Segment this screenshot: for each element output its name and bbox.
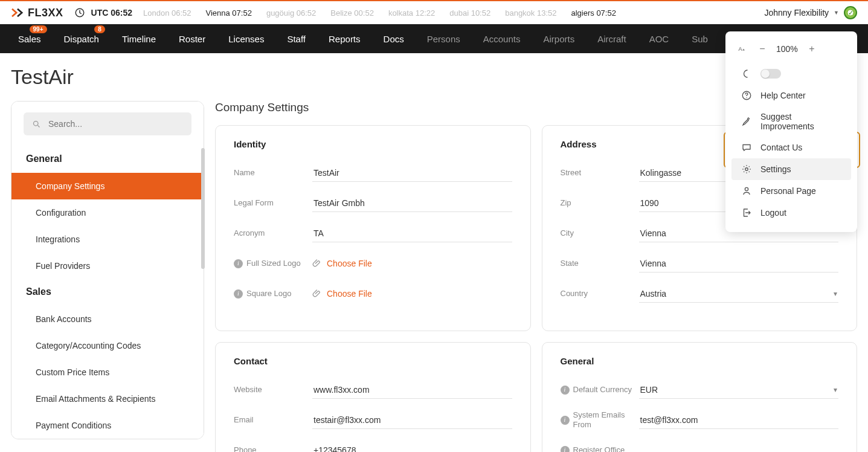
label-full-logo: i Full Sized Logo	[234, 259, 312, 268]
utc-label: UTC 06:52	[91, 8, 132, 18]
font-size-icon: Aa	[738, 44, 748, 54]
info-icon[interactable]: i	[234, 289, 243, 299]
timezone-item[interactable]: dubai 10:52	[449, 8, 490, 18]
user-menu-help-center[interactable]: Help Center	[731, 85, 851, 106]
help-icon	[741, 90, 752, 101]
dark-mode-toggle-row[interactable]	[731, 63, 851, 85]
input-state[interactable]: Vienna	[639, 255, 839, 273]
nav-item-persons[interactable]: Persons	[427, 34, 460, 44]
info-icon[interactable]: i	[561, 416, 570, 425]
card-general: General i Default Currency EUR ▾	[542, 342, 858, 452]
input-website[interactable]: www.fl3xx.com	[312, 381, 512, 399]
sidebar-scrollbar[interactable]	[201, 148, 205, 438]
user-menu-label: Suggest Improvements	[760, 112, 841, 131]
label-email: Email	[234, 415, 312, 425]
logo[interactable]: FL3XX	[11, 7, 63, 19]
user-name: Johnny Flexibility	[764, 8, 829, 18]
choose-file-square-logo[interactable]: Choose File	[312, 289, 372, 299]
moon-icon	[741, 68, 752, 79]
input-email[interactable]: testair@fl3xx.com	[312, 412, 512, 429]
nav-item-dispatch[interactable]: Dispatch8	[64, 34, 99, 44]
user-menu-label: Contact Us	[760, 143, 802, 152]
nav-item-timeline[interactable]: Timeline	[122, 34, 156, 44]
info-icon[interactable]: i	[561, 386, 570, 395]
nav-item-aoc[interactable]: AOC	[649, 34, 669, 44]
svg-text:A: A	[739, 46, 742, 52]
nav-item-accounts[interactable]: Accounts	[483, 34, 521, 44]
label-legal-form: Legal Form	[234, 198, 312, 208]
sidebar-item[interactable]: Category/Accounting Codes	[11, 332, 204, 359]
timezone-item[interactable]: bangkok 13:52	[505, 8, 556, 18]
topbar: FL3XX UTC 06:52 London 06:52Vienna 07:52…	[0, 0, 868, 24]
label-state: State	[561, 259, 639, 268]
select-country[interactable]: Austria ▾	[639, 285, 839, 303]
timezone-item[interactable]: algiers 07:52	[571, 8, 616, 18]
user-menu-label: Help Center	[760, 91, 806, 100]
logo-mark-icon	[11, 7, 24, 18]
user-menu-contact-us[interactable]: Contact Us	[731, 137, 851, 158]
zoom-out-button[interactable]: −	[757, 44, 768, 54]
input-legal-form[interactable]: TestAir Gmbh	[312, 195, 512, 212]
sidebar-item[interactable]: Company Settings	[11, 173, 204, 199]
nav-item-sub[interactable]: Sub	[692, 34, 708, 44]
sidebar-section-sales: Sales	[11, 279, 204, 306]
svg-point-5	[745, 168, 748, 171]
label-street: Street	[561, 168, 639, 178]
timezone-item[interactable]: gugöuig 06:52	[266, 8, 316, 18]
user-menu-suggest-improvements[interactable]: Suggest Improvements	[731, 106, 851, 137]
sidebar-item[interactable]: Bank Accounts	[11, 306, 204, 332]
utc-clock: UTC 06:52	[74, 7, 132, 18]
nav-item-staff[interactable]: Staff	[287, 34, 306, 44]
sidebar-item[interactable]: Configuration	[11, 199, 204, 226]
timezone-list: London 06:52Vienna 07:52gugöuig 06:52Bel…	[143, 8, 616, 18]
label-square-logo: i Square Logo	[234, 289, 312, 299]
info-icon[interactable]: i	[234, 259, 243, 268]
input-name[interactable]: TestAir	[312, 164, 512, 182]
input-acronym[interactable]: TA	[312, 225, 512, 242]
svg-point-1	[34, 121, 39, 126]
sidebar-search[interactable]	[24, 112, 191, 135]
sidebar-item[interactable]: Fuel Providers	[11, 253, 204, 279]
dark-mode-toggle[interactable]	[760, 69, 781, 79]
timezone-item[interactable]: Belize 00:52	[330, 8, 374, 18]
sidebar-item[interactable]: Payment Conditions	[11, 412, 204, 439]
sidebar-section-general: General	[11, 146, 204, 173]
nav-item-aircraft[interactable]: Aircraft	[597, 34, 626, 44]
input-system-email[interactable]: test@fl3xx.com	[639, 412, 839, 429]
info-icon[interactable]: i	[561, 446, 570, 453]
input-phone[interactable]: +12345678	[312, 442, 512, 452]
nav-item-roster[interactable]: Roster	[179, 34, 205, 44]
user-menu-trigger[interactable]: Johnny Flexibility ▼ ✓	[764, 6, 857, 19]
paperclip-icon	[312, 259, 322, 268]
user-menu-logout[interactable]: Logout	[731, 202, 851, 224]
user-menu-personal-page[interactable]: Personal Page	[731, 180, 851, 202]
sidebar-item[interactable]: Custom Price Items	[11, 359, 204, 386]
nav-item-docs[interactable]: Docs	[384, 34, 404, 44]
settings-icon	[741, 164, 752, 175]
sidebar-item[interactable]: Email Attachments & Recipients	[11, 386, 204, 412]
choose-file-full-logo[interactable]: Choose File	[312, 259, 372, 268]
search-input[interactable]	[48, 119, 183, 129]
nav-item-reports[interactable]: Reports	[329, 34, 361, 44]
select-currency[interactable]: EUR ▾	[639, 381, 839, 399]
nav-item-sales[interactable]: Sales99+	[18, 34, 41, 44]
timezone-item[interactable]: London 06:52	[143, 8, 191, 18]
label-website: Website	[234, 385, 312, 395]
user-menu-label: Personal Page	[760, 186, 816, 196]
nav-item-licenses[interactable]: Licenses	[228, 34, 264, 44]
timezone-item[interactable]: kolkata 12:22	[388, 8, 435, 18]
sidebar-item[interactable]: Integrations	[11, 226, 204, 253]
user-menu-label: Logout	[760, 208, 786, 218]
suggest-icon	[741, 116, 752, 127]
user-menu-settings[interactable]: Settings	[731, 158, 851, 180]
card-identity: Identity Name TestAir Legal Form TestAir…	[215, 125, 531, 331]
caret-down-icon: ▼	[834, 10, 839, 16]
svg-text:a: a	[742, 48, 745, 51]
nav-badge: 99+	[30, 25, 47, 33]
label-country: Country	[561, 289, 639, 299]
timezone-item[interactable]: Vienna 07:52	[206, 8, 252, 18]
label-phone: Phone	[234, 445, 312, 452]
zoom-in-button[interactable]: +	[806, 44, 817, 54]
logout-icon	[741, 207, 752, 218]
nav-item-airports[interactable]: Airports	[543, 34, 574, 44]
